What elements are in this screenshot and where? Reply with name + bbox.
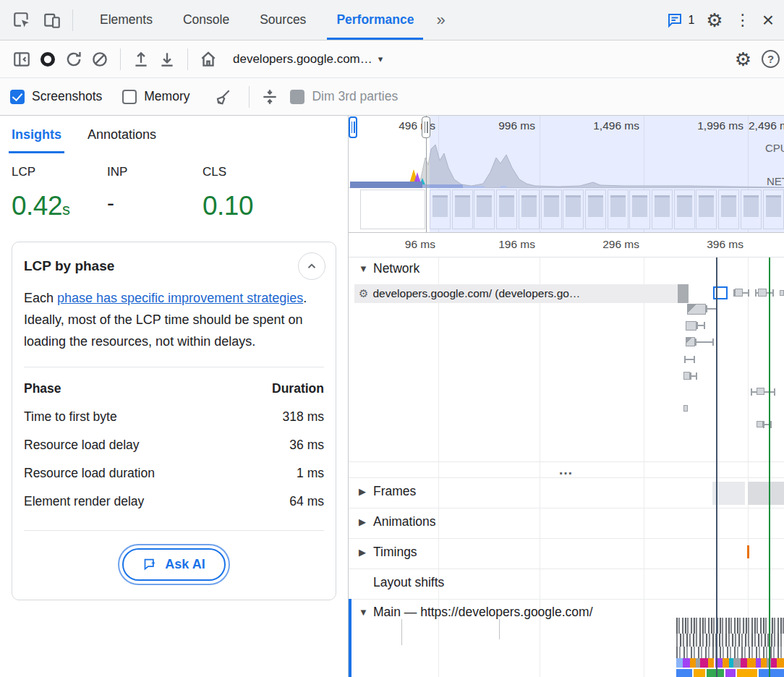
flame-chart-segment[interactable]	[690, 658, 696, 668]
dim-third-parties-checkbox[interactable]: Dim 3rd parties	[290, 89, 398, 104]
network-request-bar[interactable]	[683, 405, 688, 412]
more-tabs-icon[interactable]: »	[429, 11, 453, 30]
track-layout-shifts[interactable]: Layout shifts	[373, 575, 444, 590]
console-messages-button[interactable]: 1	[666, 12, 694, 29]
screenshots-checkbox[interactable]: Screenshots	[10, 89, 102, 104]
network-request-bar[interactable]	[735, 289, 743, 297]
network-request-bar[interactable]	[687, 304, 706, 315]
request-timing-whisker[interactable]	[690, 372, 697, 380]
clear-recording-icon[interactable]	[87, 46, 113, 72]
network-request-bar[interactable]	[758, 289, 767, 297]
flame-chart-segment[interactable]	[761, 658, 767, 668]
network-request-bar[interactable]: ⚙ developers.google.com/ (developers.go…	[354, 284, 689, 303]
request-timing-whisker[interactable]	[763, 421, 772, 428]
time-ruler[interactable]: 96 ms196 ms296 ms396 ms	[349, 233, 784, 257]
help-icon[interactable]: ?	[762, 50, 780, 68]
home-icon[interactable]	[195, 46, 221, 72]
lcp-value: 0.42s	[12, 191, 107, 221]
flame-chart-segment[interactable]	[700, 658, 708, 668]
main-task-tick[interactable]	[499, 619, 500, 639]
page-selector-dropdown[interactable]: developers.google.com… ▾	[233, 52, 450, 67]
save-profile-icon[interactable]	[154, 46, 180, 72]
network-request-bar[interactable]	[686, 337, 695, 346]
network-request-bar[interactable]	[757, 421, 763, 427]
capture-settings-gear-icon[interactable]: ⚙	[735, 50, 751, 69]
flame-chart-segment[interactable]	[737, 669, 757, 677]
metric-cls[interactable]: CLS 0.10	[203, 165, 253, 221]
flame-chart-segment[interactable]	[676, 658, 683, 668]
flame-chart-segment[interactable]	[777, 658, 784, 668]
filmstrip-thumbnail-selected[interactable]	[360, 190, 425, 229]
flame-chart-segment[interactable]	[771, 658, 777, 668]
network-request-bar[interactable]	[757, 388, 764, 395]
reload-and-record-button[interactable]	[61, 46, 87, 72]
request-timing-whisker[interactable]	[696, 322, 705, 329]
main-task-tick[interactable]	[401, 619, 402, 645]
main-thread-activity[interactable]	[676, 618, 784, 634]
flame-chart-segment[interactable]	[733, 658, 741, 668]
triangle-collapsed-icon[interactable]: ▶	[359, 547, 367, 558]
network-request-bar[interactable]	[780, 290, 784, 296]
tab-elements[interactable]: Elements	[85, 0, 168, 40]
tab-performance[interactable]: Performance	[321, 0, 429, 40]
memory-checkbox[interactable]: Memory	[122, 89, 189, 104]
triangle-expanded-icon[interactable]: ▼	[359, 263, 367, 274]
request-timing-whisker[interactable]	[695, 338, 714, 346]
tab-console[interactable]: Console	[168, 0, 244, 40]
triangle-collapsed-icon[interactable]: ▶	[359, 486, 367, 497]
timing-marker[interactable]	[747, 545, 749, 558]
divider	[349, 569, 784, 569]
track-animations[interactable]: ▶ Animations	[359, 514, 436, 529]
flame-chart-segment[interactable]	[683, 658, 690, 668]
frame-block[interactable]	[748, 482, 784, 505]
collect-garbage-icon[interactable]	[210, 84, 236, 110]
sidebar-tabs: Insights Annotations	[0, 116, 348, 153]
flame-chart-segment[interactable]	[756, 658, 761, 668]
kebab-menu-icon[interactable]: ⋮	[735, 12, 751, 28]
network-expander-dots[interactable]: …	[349, 466, 784, 473]
triangle-expanded-icon[interactable]: ▼	[359, 607, 367, 618]
track-timings[interactable]: ▶ Timings	[359, 545, 417, 560]
close-devtools-icon[interactable]: ×	[762, 10, 774, 30]
device-toolbar-icon[interactable]	[39, 7, 65, 33]
flame-chart-segment[interactable]	[725, 669, 736, 677]
track-frames[interactable]: ▶ Frames	[359, 484, 416, 499]
tab-sources[interactable]: Sources	[244, 0, 321, 40]
timeline-tracks[interactable]: ▼ Network ⚙ developers.google.com/ (deve…	[349, 257, 784, 677]
tab-annotations[interactable]: Annotations	[88, 116, 156, 153]
checkbox-disabled-icon	[290, 90, 304, 104]
track-network[interactable]: ▼ Network	[359, 261, 419, 276]
flame-chart-segment[interactable]	[759, 669, 784, 677]
network-request-bar[interactable]	[713, 286, 728, 299]
ask-ai-button[interactable]: Ask AI	[122, 548, 225, 581]
triangle-collapsed-icon[interactable]: ▶	[359, 516, 367, 527]
main-thread-activity[interactable]	[676, 634, 784, 647]
flame-chart-segment[interactable]	[741, 658, 747, 668]
inspect-element-icon[interactable]	[9, 7, 35, 33]
main-thread-activity[interactable]	[676, 647, 784, 658]
flame-chart-segment[interactable]	[723, 658, 729, 668]
selection-window-handle-right[interactable]	[422, 116, 430, 138]
selection-window-handle-left[interactable]	[349, 116, 357, 138]
network-request-bar[interactable]	[683, 372, 690, 380]
flame-chart-segment[interactable]	[694, 669, 705, 677]
metric-inp[interactable]: INP -	[107, 165, 203, 221]
flame-chart-segment[interactable]	[747, 658, 756, 668]
frame-block[interactable]	[712, 482, 746, 505]
metric-lcp[interactable]: LCP 0.42s	[12, 165, 107, 221]
improvement-strategies-link[interactable]: phase has specific improvement strategie…	[57, 291, 303, 305]
flame-chart-segment[interactable]	[676, 669, 692, 677]
settings-gear-icon[interactable]: ⚙	[706, 11, 723, 30]
track-main-thread[interactable]: ▼ Main — https://developers.google.com/	[359, 605, 593, 620]
flame-chart-segment[interactable]	[708, 658, 714, 668]
record-button[interactable]	[35, 46, 61, 72]
tab-insights[interactable]: Insights	[12, 116, 61, 153]
network-request-bar[interactable]	[686, 321, 696, 331]
load-profile-icon[interactable]	[128, 46, 154, 72]
collapse-tracks-icon[interactable]	[257, 84, 283, 110]
timeline-overview[interactable]: 496 ms996 ms1,496 ms1,996 ms2,496 ms CPU…	[349, 116, 784, 233]
collapse-card-button[interactable]	[298, 252, 325, 280]
flame-chart-segment[interactable]	[707, 669, 724, 677]
request-timing-whisker[interactable]	[684, 356, 695, 363]
toggle-sidebar-icon[interactable]	[9, 46, 35, 72]
